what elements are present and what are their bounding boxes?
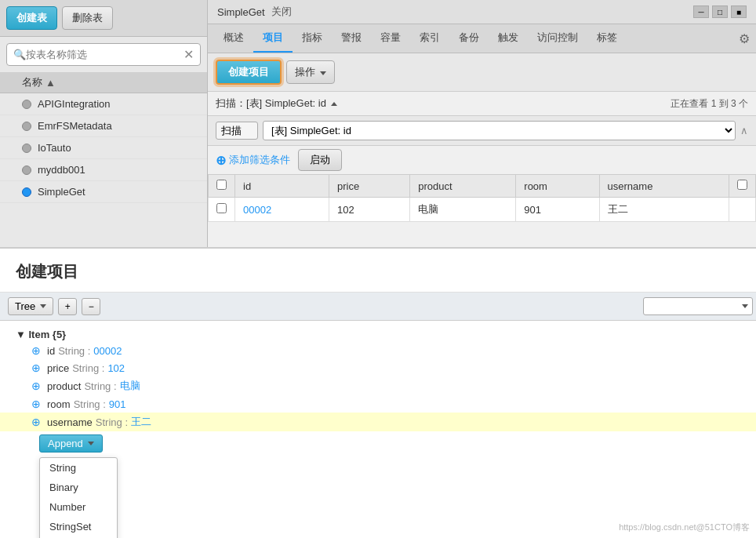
dropdown-type-item[interactable]: Number: [40, 497, 117, 517]
sidebar-table-item[interactable]: APIGIntegration: [0, 93, 207, 115]
modal-search-input[interactable]: [643, 297, 753, 315]
tabs-container: 概述项目指标警报容量索引备份触发访问控制标签: [214, 24, 627, 53]
filter-row: 扫描 [表] SimpleGet: id ∧: [208, 116, 756, 146]
table-item-label: SimpleGet: [38, 186, 85, 198]
maximize-button[interactable]: ■: [731, 5, 747, 18]
table-body: 00002102电脑901王二: [209, 198, 756, 222]
restore-button[interactable]: □: [712, 5, 728, 18]
sidebar-table-item[interactable]: SimpleGet: [0, 181, 207, 203]
tab-触发[interactable]: 触发: [489, 24, 528, 53]
tree-view-button[interactable]: Tree: [8, 297, 53, 315]
id-link[interactable]: 00002: [243, 204, 271, 216]
window-title: SimpleGet: [217, 6, 265, 18]
field-type: String :: [96, 416, 128, 428]
tree-chevron-icon: [40, 304, 46, 308]
scan-collapse-icon[interactable]: [331, 102, 337, 106]
tree-field-row: ⊕id String : 00002: [0, 342, 756, 359]
filter-collapse-icon[interactable]: ∧: [740, 125, 748, 136]
row-checkbox[interactable]: [216, 203, 227, 213]
tree-field-row: ⊕price String : 102: [0, 359, 756, 376]
tab-项目[interactable]: 项目: [253, 24, 293, 53]
dropdown-type-item[interactable]: String: [40, 458, 117, 478]
field-type: String :: [72, 362, 104, 374]
field-name: username: [47, 416, 93, 428]
table-item-label: EmrFSMetadata: [38, 120, 112, 132]
table-search-input[interactable]: [26, 49, 184, 60]
select-all-checkbox[interactable]: [737, 180, 747, 190]
action-bar: 创建项目 操作: [208, 53, 756, 92]
dropdown-type-item[interactable]: StringSet: [40, 517, 117, 536]
select-all-checkbox[interactable]: [216, 180, 227, 190]
table-active-dot: [22, 122, 31, 131]
dropdown-type-item[interactable]: Binary: [40, 478, 117, 497]
extra-cell: [729, 198, 756, 222]
table-item-label: APIGIntegration: [38, 98, 111, 110]
window-title-bar: SimpleGet 关闭 ─ □ ■: [208, 0, 756, 24]
create-table-button[interactable]: 创建表: [6, 6, 57, 30]
append-label: Append: [48, 438, 83, 449]
tab-容量[interactable]: 容量: [371, 24, 410, 53]
minimize-button[interactable]: ─: [693, 5, 709, 18]
tree-field-add-icon[interactable]: ⊕: [31, 362, 41, 374]
tree-field-add-icon[interactable]: ⊕: [31, 398, 41, 410]
field-name: id: [47, 345, 55, 357]
tree-field-add-icon[interactable]: ⊕: [31, 344, 41, 357]
scan-prefix: 扫描：[表] SimpleGet: id: [216, 96, 326, 111]
sidebar-table-item[interactable]: IoTauto: [0, 137, 207, 159]
field-name: price: [47, 362, 69, 374]
tree-field-add-icon[interactable]: ⊕: [31, 380, 41, 392]
append-area: Append: [0, 431, 756, 456]
search-clear-icon[interactable]: ✕: [184, 47, 194, 62]
tab-概述[interactable]: 概述: [214, 24, 253, 53]
table-item-label: IoTauto: [38, 142, 71, 154]
close-button[interactable]: 关闭: [271, 5, 292, 19]
col-header-username: username: [599, 175, 729, 198]
item-header-label: ▼ Item {5}: [16, 329, 66, 340]
action-label: 操作: [295, 66, 315, 78]
filter-table-select[interactable]: [表] SimpleGet: id: [263, 121, 736, 140]
tab-指标[interactable]: 指标: [293, 24, 332, 53]
delete-table-button[interactable]: 删除表: [62, 6, 113, 30]
tab-标签[interactable]: 标签: [587, 24, 627, 53]
table-row: 00002102电脑901王二: [209, 198, 756, 222]
sidebar-table-item[interactable]: myddb001: [0, 159, 207, 181]
col-header-room: room: [516, 175, 599, 198]
append-button[interactable]: Append: [39, 434, 103, 453]
item-header: ▼ Item {5}: [0, 327, 756, 342]
tab-警报[interactable]: 警报: [332, 24, 371, 53]
watermark: https://blog.csdn.net@51CTO博客: [619, 522, 750, 533]
type-dropdown-menu: StringBinaryNumberStringSetNumberSetBina…: [39, 457, 118, 538]
tab-索引[interactable]: 索引: [410, 24, 449, 53]
settings-icon[interactable]: ⚙: [739, 31, 750, 46]
data-table-container: idpriceproductroomusername 00002102电脑901…: [208, 174, 756, 222]
scan-count: 正在查看 1 到 3 个: [671, 97, 748, 111]
append-chevron-icon: [88, 442, 94, 445]
price-cell: 102: [329, 198, 409, 222]
add-filter-icon[interactable]: ⊕: [216, 153, 226, 168]
tab-访问控制[interactable]: 访问控制: [528, 24, 587, 53]
tree-field-row: ⊕room String : 901: [0, 395, 756, 413]
expand-icon-button[interactable]: +: [58, 298, 77, 315]
start-button[interactable]: 启动: [298, 149, 342, 171]
table-item-label: myddb001: [38, 164, 85, 176]
username-cell: 王二: [599, 198, 729, 222]
table-active-dot: [22, 187, 31, 197]
data-table: idpriceproductroomusername 00002102电脑901…: [208, 174, 756, 222]
add-filter-label[interactable]: 添加筛选条件: [229, 153, 290, 167]
tree-fields: ⊕id String : 00002⊕price String : 102⊕pr…: [0, 342, 756, 431]
action-button[interactable]: 操作: [286, 60, 335, 84]
scan-bar: 扫描：[表] SimpleGet: id 正在查看 1 到 3 个: [208, 92, 756, 116]
sidebar-table-item[interactable]: EmrFSMetadata: [0, 115, 207, 137]
create-project-button[interactable]: 创建项目: [216, 60, 282, 85]
tree-field-add-icon[interactable]: ⊕: [31, 416, 41, 428]
sort-icon[interactable]: ▲: [45, 77, 56, 89]
tree-label: Tree: [15, 300, 35, 312]
tab-备份[interactable]: 备份: [449, 24, 489, 53]
field-value: 电脑: [120, 379, 140, 393]
field-type: String :: [58, 345, 90, 357]
table-list: APIGIntegrationEmrFSMetadataIoTautomyddb…: [0, 93, 207, 203]
create-item-modal: 创建项目 Tree + − ▼ Item {5} ⊕id String : 00…: [0, 247, 756, 538]
collapse-icon-button[interactable]: −: [82, 298, 100, 315]
filter-type-select[interactable]: 扫描: [216, 122, 258, 140]
sidebar-toolbar: 创建表 删除表: [0, 0, 207, 37]
